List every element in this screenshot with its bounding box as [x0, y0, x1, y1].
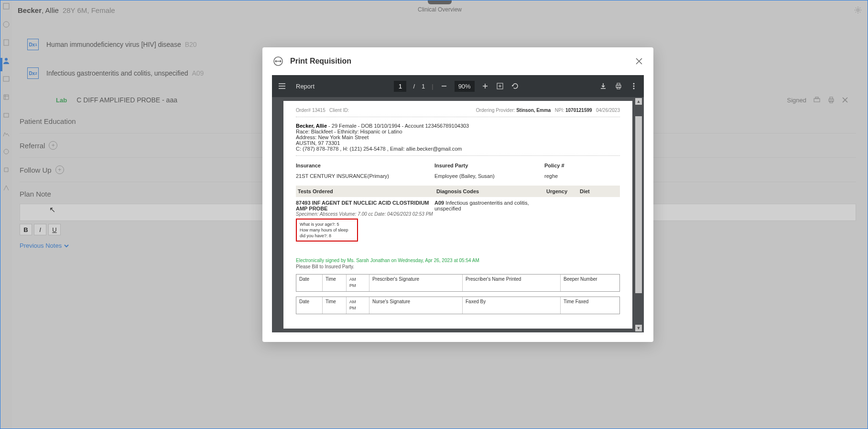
- nurse-signature-table: Date Time AMPM Nurse's Signature Faxed B…: [296, 297, 620, 314]
- page-separator: /: [413, 83, 415, 90]
- page-number-input[interactable]: [394, 81, 406, 92]
- page-total: 1: [422, 83, 425, 90]
- menu-icon[interactable]: [278, 82, 286, 90]
- zoom-out-button[interactable]: [440, 82, 448, 90]
- doc-patient-name: Becker, Allie: [296, 123, 327, 129]
- scroll-down-button[interactable]: ▼: [635, 325, 642, 331]
- svg-rect-16: [617, 83, 620, 85]
- pdf-viewer: Report / 1 | 90% ▲ ▼ Order# 13415: [272, 75, 644, 332]
- download-icon[interactable]: [599, 82, 608, 90]
- rotate-icon[interactable]: [511, 82, 520, 90]
- svg-point-20: [633, 88, 635, 89]
- zoom-in-button[interactable]: [481, 82, 489, 90]
- pdf-title: Report: [296, 83, 315, 90]
- modal-title: Print Requisition: [290, 57, 351, 66]
- svg-point-19: [633, 86, 635, 87]
- pdf-toolbar: Report / 1 | 90%: [272, 75, 644, 97]
- svg-point-18: [633, 83, 635, 85]
- swap-icon[interactable]: [273, 56, 283, 66]
- scroll-up-button[interactable]: ▲: [635, 98, 642, 105]
- prescriber-signature-table: Date Time AMPM Prescriber's Signature Pr…: [296, 274, 620, 292]
- more-icon[interactable]: [629, 82, 638, 90]
- fit-page-icon[interactable]: [496, 82, 504, 90]
- scrollbar-thumb[interactable]: [635, 116, 642, 293]
- esignature-line: Electronically signed by Ms. Sarah Jonat…: [296, 258, 620, 263]
- qa-answers-box: What is your age?: 5 How many hours of s…: [296, 219, 358, 242]
- print-requisition-modal: Print Requisition Report / 1 | 90% ▲: [262, 47, 653, 342]
- modal-close-button[interactable]: [635, 57, 643, 65]
- zoom-level[interactable]: 90%: [455, 81, 475, 92]
- print-icon[interactable]: [614, 82, 623, 90]
- requisition-document: Order# 13415 Client ID: Ordering Provide…: [283, 101, 632, 329]
- pdf-page-area: ▲ ▼ Order# 13415 Client ID: Ordering Pro…: [272, 97, 644, 332]
- modal-header: Print Requisition: [262, 47, 653, 75]
